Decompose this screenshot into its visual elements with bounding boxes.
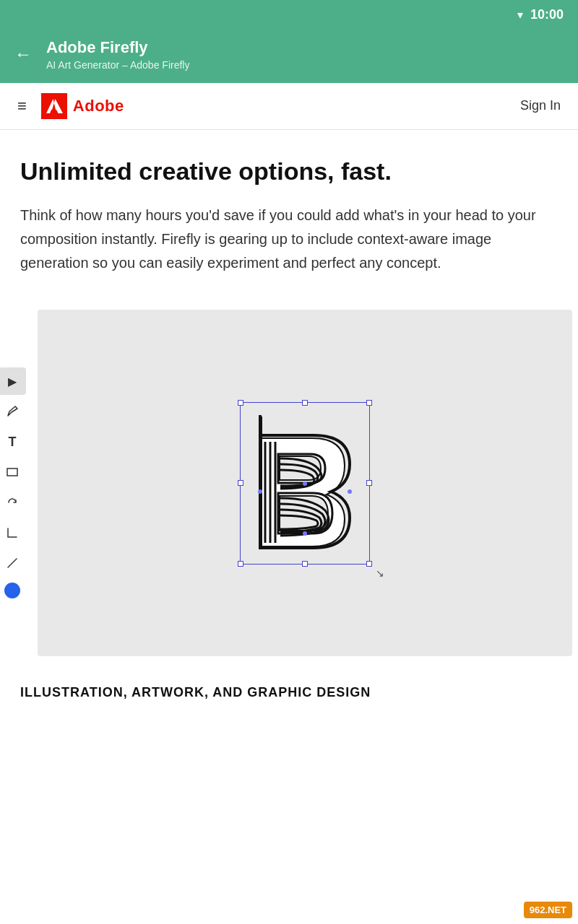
corner-tr [366, 400, 372, 406]
web-nav: ≡ Adobe Sign In [0, 83, 578, 130]
select-tool-button[interactable]: ▶ [0, 367, 26, 395]
nav-left: ≡ Adobe [17, 93, 124, 119]
rect-tool-button[interactable] [0, 458, 26, 486]
corner-tm [302, 400, 308, 406]
body-text: Think of how many hours you'd save if yo… [20, 204, 558, 275]
corner-bm [302, 561, 308, 567]
app-bar-title: Adobe Firefly [46, 38, 564, 58]
corner-rm [366, 480, 372, 486]
adobe-logo-text: Adobe [73, 97, 124, 116]
status-time: 10:00 [530, 7, 564, 22]
main-content: Unlimited creative options, fast. Think … [0, 130, 578, 276]
corner-tl [238, 400, 243, 406]
back-button[interactable]: ← [14, 45, 32, 63]
hamburger-menu-icon[interactable]: ≡ [17, 98, 27, 114]
toolbar: ▶ T [0, 367, 30, 598]
app-bar: ← Adobe Firefly AI Art Generator – Adobe… [0, 29, 578, 83]
color-dot[interactable] [4, 583, 20, 598]
selected-object: ↘ [240, 402, 370, 565]
illustration-container: ▶ T [0, 310, 578, 656]
watermark: 962.NET [524, 902, 572, 918]
app-bar-titles: Adobe Firefly AI Art Generator – Adobe F… [46, 38, 564, 71]
resize-handle[interactable]: ↘ [376, 567, 384, 579]
corner-lm [238, 480, 243, 486]
pen-tool-button[interactable] [0, 398, 26, 425]
corner-tool-button[interactable] [0, 519, 26, 546]
status-bar: ▾ 10:00 [0, 0, 578, 29]
corner-bl [238, 561, 243, 567]
sign-in-button[interactable]: Sign In [520, 98, 561, 113]
bottom-section: ILLUSTRATION, ARTWORK, AND GRAPHIC DESIG… [0, 685, 578, 715]
section-label: ILLUSTRATION, ARTWORK, AND GRAPHIC DESIG… [20, 685, 558, 700]
wifi-icon: ▾ [517, 8, 523, 22]
adobe-logo: Adobe [41, 93, 124, 119]
corner-br [366, 561, 372, 567]
canvas-area: ↘ [38, 310, 572, 656]
line-tool-button[interactable] [0, 549, 26, 577]
adobe-logo-svg [41, 93, 67, 119]
text-tool-button[interactable]: T [0, 428, 26, 456]
selection-border [240, 402, 370, 565]
rotate-tool-button[interactable] [0, 489, 26, 516]
page-headline: Unlimited creative options, fast. [20, 156, 558, 187]
app-bar-subtitle: AI Art Generator – Adobe Firefly [46, 58, 564, 71]
svg-rect-0 [7, 468, 17, 476]
svg-line-1 [8, 559, 17, 567]
